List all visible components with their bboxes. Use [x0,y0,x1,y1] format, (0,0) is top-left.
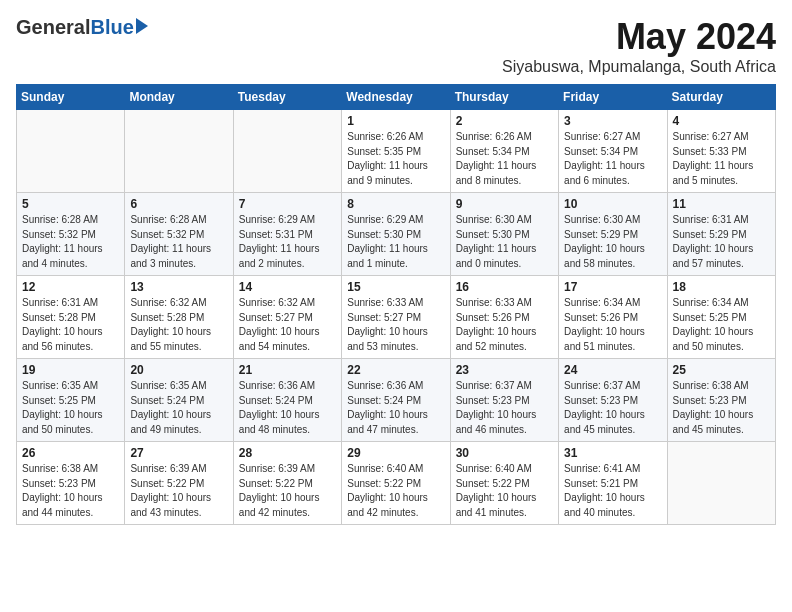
day-number: 27 [130,446,227,460]
day-info: Sunrise: 6:37 AM Sunset: 5:23 PM Dayligh… [456,379,553,437]
calendar-day-cell: 23Sunrise: 6:37 AM Sunset: 5:23 PM Dayli… [450,359,558,442]
calendar-day-cell: 8Sunrise: 6:29 AM Sunset: 5:30 PM Daylig… [342,193,450,276]
logo-general-text: General [16,16,90,39]
day-number: 29 [347,446,444,460]
day-info: Sunrise: 6:29 AM Sunset: 5:31 PM Dayligh… [239,213,336,271]
day-number: 28 [239,446,336,460]
day-of-week-header: Tuesday [233,85,341,110]
day-info: Sunrise: 6:33 AM Sunset: 5:26 PM Dayligh… [456,296,553,354]
day-of-week-header: Thursday [450,85,558,110]
day-number: 12 [22,280,119,294]
day-info: Sunrise: 6:33 AM Sunset: 5:27 PM Dayligh… [347,296,444,354]
day-number: 22 [347,363,444,377]
calendar-week-row: 12Sunrise: 6:31 AM Sunset: 5:28 PM Dayli… [17,276,776,359]
calendar-location: Siyabuswa, Mpumalanga, South Africa [502,58,776,76]
calendar-day-cell [667,442,775,525]
day-info: Sunrise: 6:36 AM Sunset: 5:24 PM Dayligh… [239,379,336,437]
day-of-week-header: Sunday [17,85,125,110]
calendar-day-cell: 9Sunrise: 6:30 AM Sunset: 5:30 PM Daylig… [450,193,558,276]
calendar-day-cell: 19Sunrise: 6:35 AM Sunset: 5:25 PM Dayli… [17,359,125,442]
calendar-day-cell: 6Sunrise: 6:28 AM Sunset: 5:32 PM Daylig… [125,193,233,276]
day-info: Sunrise: 6:38 AM Sunset: 5:23 PM Dayligh… [673,379,770,437]
day-number: 3 [564,114,661,128]
calendar-header-row: SundayMondayTuesdayWednesdayThursdayFrid… [17,85,776,110]
calendar-day-cell: 12Sunrise: 6:31 AM Sunset: 5:28 PM Dayli… [17,276,125,359]
calendar-table: SundayMondayTuesdayWednesdayThursdayFrid… [16,84,776,525]
day-number: 17 [564,280,661,294]
calendar-day-cell: 16Sunrise: 6:33 AM Sunset: 5:26 PM Dayli… [450,276,558,359]
day-info: Sunrise: 6:37 AM Sunset: 5:23 PM Dayligh… [564,379,661,437]
calendar-day-cell: 29Sunrise: 6:40 AM Sunset: 5:22 PM Dayli… [342,442,450,525]
day-number: 25 [673,363,770,377]
day-info: Sunrise: 6:40 AM Sunset: 5:22 PM Dayligh… [347,462,444,520]
calendar-day-cell: 21Sunrise: 6:36 AM Sunset: 5:24 PM Dayli… [233,359,341,442]
calendar-day-cell: 30Sunrise: 6:40 AM Sunset: 5:22 PM Dayli… [450,442,558,525]
day-info: Sunrise: 6:32 AM Sunset: 5:27 PM Dayligh… [239,296,336,354]
calendar-day-cell: 15Sunrise: 6:33 AM Sunset: 5:27 PM Dayli… [342,276,450,359]
page-header: General Blue May 2024 Siyabuswa, Mpumala… [16,16,776,76]
day-info: Sunrise: 6:28 AM Sunset: 5:32 PM Dayligh… [22,213,119,271]
calendar-day-cell: 24Sunrise: 6:37 AM Sunset: 5:23 PM Dayli… [559,359,667,442]
calendar-day-cell: 17Sunrise: 6:34 AM Sunset: 5:26 PM Dayli… [559,276,667,359]
calendar-title: May 2024 [502,16,776,58]
calendar-day-cell: 11Sunrise: 6:31 AM Sunset: 5:29 PM Dayli… [667,193,775,276]
day-info: Sunrise: 6:34 AM Sunset: 5:25 PM Dayligh… [673,296,770,354]
day-info: Sunrise: 6:35 AM Sunset: 5:24 PM Dayligh… [130,379,227,437]
day-of-week-header: Wednesday [342,85,450,110]
calendar-day-cell: 5Sunrise: 6:28 AM Sunset: 5:32 PM Daylig… [17,193,125,276]
logo: General Blue [16,16,148,39]
day-number: 14 [239,280,336,294]
calendar-day-cell [233,110,341,193]
day-number: 31 [564,446,661,460]
day-info: Sunrise: 6:26 AM Sunset: 5:34 PM Dayligh… [456,130,553,188]
day-of-week-header: Saturday [667,85,775,110]
day-number: 9 [456,197,553,211]
day-info: Sunrise: 6:30 AM Sunset: 5:29 PM Dayligh… [564,213,661,271]
day-info: Sunrise: 6:27 AM Sunset: 5:34 PM Dayligh… [564,130,661,188]
day-number: 19 [22,363,119,377]
day-info: Sunrise: 6:30 AM Sunset: 5:30 PM Dayligh… [456,213,553,271]
day-number: 4 [673,114,770,128]
day-number: 7 [239,197,336,211]
day-info: Sunrise: 6:41 AM Sunset: 5:21 PM Dayligh… [564,462,661,520]
title-block: May 2024 Siyabuswa, Mpumalanga, South Af… [502,16,776,76]
day-number: 13 [130,280,227,294]
day-info: Sunrise: 6:34 AM Sunset: 5:26 PM Dayligh… [564,296,661,354]
day-info: Sunrise: 6:36 AM Sunset: 5:24 PM Dayligh… [347,379,444,437]
calendar-day-cell: 25Sunrise: 6:38 AM Sunset: 5:23 PM Dayli… [667,359,775,442]
day-number: 23 [456,363,553,377]
day-info: Sunrise: 6:26 AM Sunset: 5:35 PM Dayligh… [347,130,444,188]
day-number: 18 [673,280,770,294]
day-info: Sunrise: 6:40 AM Sunset: 5:22 PM Dayligh… [456,462,553,520]
day-number: 20 [130,363,227,377]
calendar-day-cell: 4Sunrise: 6:27 AM Sunset: 5:33 PM Daylig… [667,110,775,193]
day-info: Sunrise: 6:27 AM Sunset: 5:33 PM Dayligh… [673,130,770,188]
day-info: Sunrise: 6:31 AM Sunset: 5:28 PM Dayligh… [22,296,119,354]
calendar-day-cell: 2Sunrise: 6:26 AM Sunset: 5:34 PM Daylig… [450,110,558,193]
day-number: 24 [564,363,661,377]
calendar-day-cell: 31Sunrise: 6:41 AM Sunset: 5:21 PM Dayli… [559,442,667,525]
day-of-week-header: Friday [559,85,667,110]
day-of-week-header: Monday [125,85,233,110]
calendar-week-row: 5Sunrise: 6:28 AM Sunset: 5:32 PM Daylig… [17,193,776,276]
calendar-day-cell: 3Sunrise: 6:27 AM Sunset: 5:34 PM Daylig… [559,110,667,193]
day-number: 10 [564,197,661,211]
day-number: 11 [673,197,770,211]
calendar-day-cell: 14Sunrise: 6:32 AM Sunset: 5:27 PM Dayli… [233,276,341,359]
calendar-day-cell: 26Sunrise: 6:38 AM Sunset: 5:23 PM Dayli… [17,442,125,525]
calendar-week-row: 26Sunrise: 6:38 AM Sunset: 5:23 PM Dayli… [17,442,776,525]
calendar-day-cell: 28Sunrise: 6:39 AM Sunset: 5:22 PM Dayli… [233,442,341,525]
calendar-day-cell [125,110,233,193]
calendar-day-cell: 18Sunrise: 6:34 AM Sunset: 5:25 PM Dayli… [667,276,775,359]
day-number: 6 [130,197,227,211]
logo-blue-text: Blue [90,16,133,39]
day-info: Sunrise: 6:38 AM Sunset: 5:23 PM Dayligh… [22,462,119,520]
day-info: Sunrise: 6:35 AM Sunset: 5:25 PM Dayligh… [22,379,119,437]
calendar-day-cell: 7Sunrise: 6:29 AM Sunset: 5:31 PM Daylig… [233,193,341,276]
calendar-day-cell [17,110,125,193]
day-number: 21 [239,363,336,377]
day-number: 16 [456,280,553,294]
day-info: Sunrise: 6:31 AM Sunset: 5:29 PM Dayligh… [673,213,770,271]
day-number: 1 [347,114,444,128]
day-number: 2 [456,114,553,128]
